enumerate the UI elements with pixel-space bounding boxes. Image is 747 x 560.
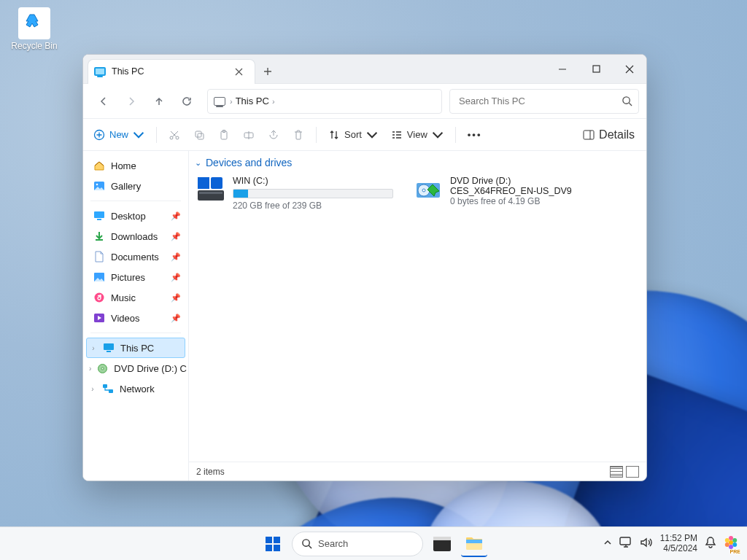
- chevron-right-icon[interactable]: ›: [89, 365, 91, 373]
- svg-rect-31: [198, 184, 203, 189]
- new-button[interactable]: New: [88, 123, 150, 147]
- search-box[interactable]: [449, 89, 639, 114]
- svg-rect-39: [274, 545, 280, 551]
- nav-forward-button[interactable]: [118, 88, 144, 114]
- svg-rect-25: [199, 192, 222, 194]
- sidebar-item-videos[interactable]: Videos 📌: [83, 308, 188, 328]
- sidebar-item-documents[interactable]: Documents 📌: [83, 246, 188, 267]
- minimize-icon: [558, 65, 567, 74]
- group-header-devices[interactable]: ⌄ Devices and drives: [195, 155, 639, 174]
- file-explorer-icon: [465, 535, 484, 551]
- drive-item-c[interactable]: WIN (C:) 220 GB free of 239 GB: [195, 174, 399, 212]
- delete-button[interactable]: [287, 123, 310, 147]
- nav-refresh-button[interactable]: [174, 88, 200, 114]
- this-pc-icon: [214, 97, 225, 106]
- more-button[interactable]: •••: [462, 123, 488, 147]
- address-bar[interactable]: › This PC ›: [207, 89, 442, 114]
- sidebar-item-network[interactable]: › Network: [83, 378, 188, 399]
- minimize-button[interactable]: [546, 55, 579, 84]
- details-pane-button[interactable]: Details: [583, 128, 642, 141]
- content-pane: ⌄ Devices and drives: [189, 151, 646, 481]
- trash-icon: [293, 129, 304, 141]
- sidebar-item-label: Gallery: [111, 181, 141, 192]
- svg-rect-37: [274, 537, 280, 543]
- disc-icon: [97, 362, 108, 374]
- sidebar-item-gallery[interactable]: Gallery: [83, 176, 188, 196]
- start-button[interactable]: [260, 531, 286, 557]
- window-tab-this-pc[interactable]: This PC: [88, 59, 255, 84]
- nav-up-button[interactable]: [146, 88, 172, 114]
- cut-button[interactable]: [163, 123, 186, 147]
- tiles-view-button[interactable]: [626, 466, 639, 478]
- network-pc-icon: [619, 537, 632, 548]
- sidebar-item-this-pc[interactable]: › This PC: [86, 338, 185, 358]
- svg-rect-6: [198, 133, 204, 139]
- file-explorer-window: This PC: [82, 54, 647, 481]
- rename-button[interactable]: [237, 123, 260, 147]
- navigation-bar: › This PC ›: [83, 84, 646, 119]
- documents-icon: [93, 251, 105, 262]
- sidebar-item-dvd-drive[interactable]: › DVD Drive (D:) C: [83, 358, 188, 378]
- sidebar-item-downloads[interactable]: Downloads 📌: [83, 226, 188, 246]
- taskbar-app-file-explorer[interactable]: [461, 531, 487, 557]
- speaker-icon: [640, 537, 653, 548]
- tray-overflow-button[interactable]: [603, 538, 612, 549]
- chevron-right-icon[interactable]: ›: [89, 385, 96, 393]
- recycle-bin-desktop-icon[interactable]: Recycle Bin: [7, 7, 61, 51]
- svg-rect-36: [266, 537, 272, 543]
- arrow-right-icon: [125, 96, 137, 107]
- plus-icon: [263, 67, 272, 76]
- drive-item-dvd[interactable]: DVD Drive (D:) CES_X64FREO_EN-US_DV9 0 b…: [412, 174, 616, 212]
- tray-pre-badge[interactable]: PRE: [724, 535, 738, 552]
- taskbar-search[interactable]: Search: [292, 532, 423, 556]
- details-view-button[interactable]: [610, 466, 623, 478]
- search-icon: [622, 96, 632, 106]
- sidebar-tree: › This PC › DVD Drive (D:) C: [83, 338, 188, 399]
- sidebar-item-label: Pictures: [111, 272, 145, 283]
- chevron-right-icon[interactable]: ›: [272, 97, 275, 106]
- titlebar: This PC: [83, 55, 646, 84]
- clipboard-icon: [218, 129, 230, 141]
- svg-rect-32: [204, 184, 209, 189]
- tab-close-button[interactable]: [228, 61, 249, 82]
- breadcrumb-root[interactable]: This PC: [236, 96, 269, 106]
- desktop[interactable]: Recycle Bin This PC: [0, 0, 747, 560]
- new-tab-button[interactable]: [255, 59, 280, 84]
- pin-icon: 📌: [171, 252, 181, 262]
- svg-rect-22: [103, 384, 107, 388]
- taskbar-app-terminal[interactable]: [429, 531, 455, 557]
- drives-list: WIN (C:) 220 GB free of 239 GB: [195, 174, 639, 212]
- share-button[interactable]: [262, 123, 285, 147]
- sidebar-item-home[interactable]: Home: [83, 155, 188, 176]
- maximize-icon: [592, 65, 600, 73]
- tray-volume-button[interactable]: [640, 537, 653, 551]
- chevron-right-icon[interactable]: ›: [90, 344, 97, 352]
- paste-button[interactable]: [212, 123, 236, 147]
- close-window-button[interactable]: [613, 55, 646, 84]
- sidebar-item-music[interactable]: Music 📌: [83, 287, 188, 308]
- sidebar-item-desktop[interactable]: Desktop 📌: [83, 206, 188, 226]
- content-scroller[interactable]: ⌄ Devices and drives: [189, 151, 646, 462]
- copy-button[interactable]: [187, 123, 211, 147]
- tray-network-button[interactable]: [619, 537, 632, 551]
- search-input[interactable]: [459, 96, 616, 106]
- svg-rect-10: [584, 131, 594, 139]
- tray-clock[interactable]: 11:52 PM 4/5/2024: [660, 534, 697, 554]
- svg-rect-45: [620, 537, 630, 545]
- tab-title: This PC: [112, 66, 144, 77]
- details-pane-label: Details: [599, 128, 635, 141]
- svg-rect-5: [196, 131, 201, 137]
- svg-point-48: [732, 538, 737, 542]
- arrow-left-icon: [98, 96, 109, 107]
- view-button[interactable]: View: [385, 123, 449, 147]
- videos-icon: [93, 312, 105, 324]
- drive-name: DVD Drive (D:): [450, 176, 615, 186]
- window-controls: [546, 55, 646, 84]
- sort-button[interactable]: Sort: [322, 123, 384, 147]
- maximize-button[interactable]: [579, 55, 613, 84]
- tray-notifications-button[interactable]: [705, 536, 716, 551]
- chevron-down-icon: [366, 129, 378, 141]
- sidebar-item-pictures[interactable]: Pictures 📌: [83, 267, 188, 287]
- new-button-label: New: [109, 129, 128, 140]
- nav-back-button[interactable]: [90, 88, 117, 114]
